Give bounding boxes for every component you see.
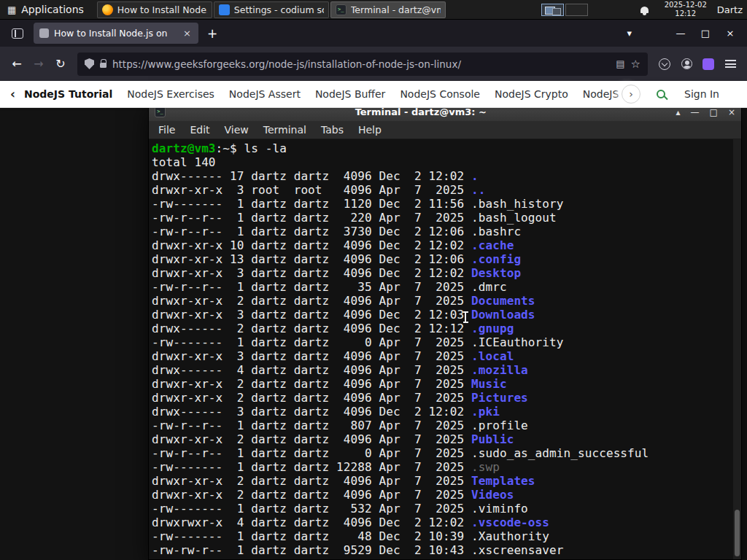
- terminal-line: -rw------- 1 dartz dartz 1120 Dec 2 11:5…: [152, 197, 741, 211]
- top-panel: ▦ Applications How to Install Node.js o.…: [0, 0, 747, 20]
- pocket-icon: [659, 58, 670, 70]
- new-tab-button[interactable]: +: [198, 26, 226, 41]
- extension-icon: [703, 58, 714, 70]
- firefox-tab-bar: How to Install Node.js on × + ▾ — □ ×: [0, 20, 747, 47]
- pocket-button[interactable]: [654, 53, 676, 75]
- bookmark-star-icon[interactable]: ☆: [631, 58, 640, 71]
- panel-clock[interactable]: 2025-12-02 12:12: [665, 1, 707, 18]
- nav-item-nodejs-assert[interactable]: NodeJS Assert: [229, 88, 301, 100]
- menu-terminal[interactable]: Terminal: [256, 124, 314, 136]
- app-menu-button[interactable]: [719, 53, 741, 75]
- terminal-line: drwxr-xr-x 3 dartz dartz 4096 Dec 2 12:0…: [152, 266, 741, 280]
- terminal-line: -rw-r--r-- 1 dartz dartz 0 Apr 7 2025 .s…: [152, 446, 741, 460]
- tab-title: How to Install Node.js on: [54, 28, 177, 39]
- terminal-line: -rw------- 1 dartz dartz 48 Dec 2 10:39 …: [152, 529, 741, 543]
- terminal-line: drwx------ 2 dartz dartz 4096 Dec 2 12:1…: [152, 322, 741, 335]
- nav-item-nodejs-crypto[interactable]: NodeJS Crypto: [495, 88, 568, 100]
- terminal-shade-button[interactable]: ▴: [676, 107, 681, 117]
- terminal-line: -rw-r--r-- 1 dartz dartz 807 Apr 7 2025 …: [152, 419, 741, 432]
- maximize-button[interactable]: □: [693, 28, 718, 39]
- taskbar-button-firefox[interactable]: How to Install Node.js o...: [97, 1, 212, 18]
- terminal-window-title: Terminal - dartz@vm3: ~: [166, 106, 676, 117]
- tracking-protection-shield-icon[interactable]: [85, 58, 94, 69]
- browser-window-controls: — □ ×: [668, 28, 743, 39]
- gfg-site-nav: ‹ NodeJS Tutorial NodeJS Exercises NodeJ…: [0, 81, 747, 108]
- workspace-1[interactable]: [541, 4, 564, 16]
- url-input[interactable]: [112, 58, 610, 70]
- https-lock-icon[interactable]: [100, 63, 107, 68]
- terminal-line: drwxr-xr-x 3 root root 4096 Apr 7 2025 .…: [152, 183, 741, 197]
- taskbar-button-terminal[interactable]: >_ Terminal - dartz@vm3: ~: [330, 1, 446, 18]
- terminal-line: -rw------- 1 dartz dartz 12288 Apr 7 202…: [152, 460, 741, 474]
- terminal-line: drwx------ 3 dartz dartz 4096 Dec 2 12:0…: [152, 405, 741, 419]
- close-button[interactable]: ×: [718, 28, 743, 39]
- workspace-switcher: [541, 4, 588, 16]
- back-button[interactable]: ←: [6, 53, 28, 75]
- terminal-line: drwxr-xr-x 3 dartz dartz 4096 Dec 2 12:0…: [152, 308, 741, 322]
- reader-mode-icon[interactable]: ▤: [616, 58, 624, 69]
- menu-help[interactable]: Help: [351, 124, 389, 136]
- terminal-line: -rw-rw-r-- 1 dartz dartz 9529 Dec 2 10:4…: [152, 543, 741, 557]
- panel-username: Dartz: [717, 4, 747, 15]
- extension-button[interactable]: [697, 53, 719, 75]
- terminal-maximize-button[interactable]: □: [710, 107, 718, 117]
- terminal-window: >_ Terminal - dartz@vm3: ~ ▴ — □ × File …: [148, 102, 742, 560]
- terminal-line: drwxr-xr-x 2 dartz dartz 4096 Apr 7 2025…: [152, 391, 741, 405]
- search-icon[interactable]: [657, 90, 665, 98]
- workspace-2[interactable]: [565, 4, 588, 16]
- menu-view[interactable]: View: [217, 124, 256, 136]
- nav-item-nodejs-dns[interactable]: NodeJS DNS: [583, 88, 622, 100]
- tab-favicon: [39, 28, 49, 38]
- terminal-menubar: File Edit View Terminal Tabs Help: [149, 121, 741, 139]
- firefox-navigation-toolbar: ← → ↻ ▤ ☆: [0, 47, 747, 81]
- terminal-output[interactable]: dartz@vm3:~$ ls -latotal 140drwx------ 1…: [149, 139, 741, 559]
- minimize-button[interactable]: —: [668, 28, 693, 39]
- terminal-line: drwxr-xr-x 3 dartz dartz 4096 Apr 7 2025…: [152, 349, 741, 363]
- terminal-line: -rw-r--r-- 1 dartz dartz 3730 Dec 2 12:0…: [152, 225, 741, 238]
- terminal-line: drwxrwxr-x 4 dartz dartz 4096 Dec 2 12:0…: [152, 516, 741, 529]
- account-icon: [681, 58, 692, 69]
- terminal-scrollbar-thumb[interactable]: [735, 510, 740, 556]
- terminal-line: drwxr-xr-x 2 dartz dartz 4096 Apr 7 2025…: [152, 488, 741, 502]
- list-all-tabs-button[interactable]: ▾: [621, 28, 638, 39]
- window-taskbar: How to Install Node.js o... Settings - c…: [97, 0, 446, 19]
- notification-bell-icon[interactable]: [640, 7, 649, 13]
- firefox-icon: [102, 4, 113, 15]
- terminal-line: drwxr-xr-x 2 dartz dartz 4096 Apr 7 2025…: [152, 294, 741, 308]
- terminal-line: drwxr-xr-x 2 dartz dartz 4096 Apr 7 2025…: [152, 432, 741, 446]
- tab-close-icon[interactable]: ×: [182, 28, 193, 39]
- menu-edit[interactable]: Edit: [182, 124, 217, 136]
- terminal-close-button[interactable]: ×: [728, 107, 735, 117]
- mouse-cursor-ibeam: [465, 312, 466, 322]
- nav-item-nodejs-console[interactable]: NodeJS Console: [400, 88, 480, 100]
- gfg-nav-items: NodeJS Tutorial NodeJS Exercises NodeJS …: [24, 88, 622, 100]
- terminal-line: drwxr-xr-x 13 dartz dartz 4096 Dec 2 12:…: [152, 252, 741, 266]
- nav-item-nodejs-tutorial[interactable]: NodeJS Tutorial: [24, 88, 112, 100]
- terminal-minimize-button[interactable]: —: [691, 107, 700, 117]
- menu-file[interactable]: File: [151, 124, 182, 136]
- account-button[interactable]: [676, 53, 697, 75]
- firefox-view-icon[interactable]: [12, 28, 23, 39]
- terminal-icon: >_: [336, 4, 347, 15]
- clock-time: 12:12: [665, 9, 707, 18]
- applications-label: Applications: [21, 4, 84, 15]
- panel-right-cluster: 2025-12-02 12:12 Dartz: [541, 0, 747, 19]
- forward-button[interactable]: →: [28, 53, 50, 75]
- nav-scroll-right-button[interactable]: ›: [622, 85, 640, 104]
- nav-item-nodejs-buffer[interactable]: NodeJS Buffer: [315, 88, 386, 100]
- terminal-line: drwx------ 17 dartz dartz 4096 Dec 2 12:…: [152, 169, 741, 183]
- url-bar[interactable]: ▤ ☆: [77, 52, 648, 76]
- terminal-window-controls: ▴ — □ ×: [676, 107, 735, 117]
- applications-menu-button[interactable]: ▦ Applications: [0, 0, 91, 19]
- terminal-line: -rw------- 1 dartz dartz 0 Apr 7 2025 .I…: [152, 335, 741, 349]
- taskbar-button-label: How to Install Node.js o...: [117, 4, 207, 15]
- nav-item-nodejs-exercises[interactable]: NodeJS Exercises: [127, 88, 214, 100]
- menu-tabs[interactable]: Tabs: [314, 124, 351, 136]
- nav-scroll-left-icon[interactable]: ‹: [10, 87, 15, 101]
- hamburger-menu-icon: [725, 60, 736, 68]
- reload-button[interactable]: ↻: [50, 53, 71, 75]
- browser-tab[interactable]: How to Install Node.js on ×: [34, 23, 198, 44]
- taskbar-button-codium[interactable]: Settings - codium script...: [214, 1, 329, 18]
- terminal-scrollbar[interactable]: [733, 139, 741, 559]
- sign-in-button[interactable]: Sign In: [684, 88, 719, 100]
